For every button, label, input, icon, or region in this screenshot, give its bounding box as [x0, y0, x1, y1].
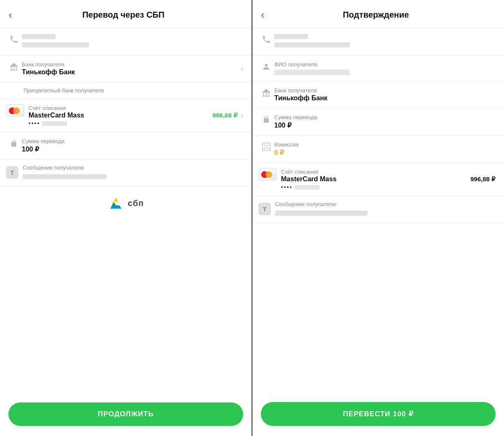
card-name-row-right: MasterCard Mass 996,88 ₽	[281, 175, 496, 183]
recipient-name-row: ФИО получателя	[252, 55, 504, 81]
amount-content-right: Сумма перевода 100 ₽	[274, 114, 496, 129]
bank-icon-right	[258, 88, 274, 97]
amount-value-right: 100 ₽	[274, 121, 496, 129]
amount-row-right: Сумма перевода 100 ₽	[252, 108, 504, 136]
svg-rect-4	[10, 70, 18, 70]
transfer-button[interactable]: ПЕРЕВЕСТИ 100 ₽	[261, 402, 496, 426]
card-content-right: Счёт списания MasterCard Mass 996,88 ₽ •…	[281, 168, 496, 191]
svg-point-21	[264, 145, 265, 146]
svg-rect-13	[262, 92, 270, 93]
priority-label-left: Приоритетный банк получателя	[24, 87, 104, 94]
card-balance-left: 996,88 ₽	[213, 112, 238, 119]
svg-rect-14	[263, 93, 264, 96]
svg-marker-18	[262, 89, 270, 92]
message-label-right: Сообщение получателю	[275, 201, 496, 207]
card-label-left: Счёт списания	[29, 105, 66, 111]
amount-icon-left	[6, 139, 22, 148]
svg-point-22	[268, 148, 269, 149]
message-blurred-left	[23, 174, 107, 179]
mastercard-circles-right	[261, 171, 272, 178]
commission-label: Комиссия	[274, 141, 496, 148]
left-panel: ‹ Перевод через СБП	[0, 0, 252, 436]
message-row-right: T Сообщение получателю	[252, 196, 504, 223]
mc-orange-left	[13, 107, 20, 114]
recipient-name-label: ФИО получателя	[274, 61, 496, 68]
card-num-row-right: ••••	[281, 184, 496, 191]
card-row-right: Счёт списания MasterCard Mass 996,88 ₽ •…	[252, 163, 504, 196]
person-icon	[258, 62, 274, 71]
blur-line-r1	[274, 34, 308, 39]
commission-content: Комиссия 0 ₽	[274, 141, 496, 157]
card-num-blurred-right	[294, 185, 320, 190]
msg-icon-left: T	[6, 166, 18, 179]
bank-content-left: Банк получателя Тинькофф Банк	[22, 61, 238, 76]
left-btn-area: ПРОДОЛЖИТЬ	[8, 402, 243, 426]
amount-row-left: Сумма перевода 100 ₽	[0, 132, 252, 159]
bank-label-right: Банк получателя	[274, 87, 496, 94]
blur-line-r2	[274, 42, 350, 47]
card-num-row-left: ••••	[29, 120, 238, 127]
left-scroll: Банк получателя Тинькофф Банк › Приорите…	[0, 28, 252, 394]
msg-icon-right: T	[258, 203, 271, 215]
svg-marker-8	[114, 198, 118, 202]
left-title: Перевод через СБП	[16, 10, 231, 20]
bank-row-right: Банк получателя Тинькофф Банк	[252, 81, 504, 108]
sbp-text: сбп	[128, 198, 144, 208]
card-row-left[interactable]: Счёт списания MasterCard Mass 996,88 ₽ •…	[0, 99, 252, 132]
svg-rect-16	[269, 93, 270, 96]
bank-label-left: Банк получателя	[22, 61, 238, 68]
phone-row-left	[0, 28, 252, 55]
card-name-left: MasterCard Mass	[29, 112, 84, 119]
mastercard-circles-left	[9, 107, 20, 114]
phone-content-left	[22, 34, 243, 49]
commission-icon	[258, 142, 274, 151]
right-header: ‹ Подтверждение	[252, 0, 504, 28]
sbp-logo: сбп	[108, 195, 144, 211]
commission-row: Комиссия 0 ₽	[252, 136, 504, 163]
amount-label-right: Сумма перевода	[274, 114, 496, 120]
svg-rect-17	[262, 96, 270, 97]
sbp-icon	[108, 195, 124, 211]
amount-label-left: Сумма перевода	[22, 138, 243, 144]
phone-blurred-left	[22, 34, 243, 49]
message-label-left: Сообщение получателю	[23, 164, 243, 171]
bank-value-left: Тинькофф Банк	[22, 68, 238, 76]
card-dots-right: ••••	[281, 184, 293, 191]
right-panel: ‹ Подтверждение	[252, 0, 504, 436]
svg-rect-0	[10, 66, 18, 67]
svg-rect-3	[16, 67, 17, 70]
blur-line-1	[22, 34, 55, 39]
message-content-left: Сообщение получателю	[23, 164, 243, 181]
right-btn-area: ПЕРЕВЕСТИ 100 ₽	[261, 402, 496, 426]
bank-row-left[interactable]: Банк получателя Тинькофф Банк ›	[0, 55, 252, 82]
phone-icon-left	[6, 35, 22, 44]
amount-content-left: Сумма перевода 100 ₽	[22, 138, 243, 153]
card-name-row-left: MasterCard Mass 996,88 ₽	[29, 112, 238, 119]
card-num-blurred-left	[42, 121, 67, 126]
card-name-right: MasterCard Mass	[281, 175, 337, 183]
phone-icon-right	[258, 35, 274, 44]
bank-icon-left	[6, 62, 22, 71]
svg-rect-1	[11, 67, 12, 70]
left-back-button[interactable]: ‹	[8, 9, 12, 20]
bank-content-right: Банк получателя Тинькофф Банк	[274, 87, 496, 102]
card-dots-left: ••••	[29, 120, 40, 127]
card-image-left	[6, 104, 24, 117]
bank-value-right: Тинькофф Банк	[274, 94, 496, 102]
mc-orange-right	[265, 171, 272, 178]
blur-line-2	[22, 42, 89, 47]
right-back-button[interactable]: ‹	[261, 9, 265, 20]
card-content-left: Счёт списания MasterCard Mass 996,88 ₽ •…	[29, 104, 238, 127]
svg-rect-2	[13, 67, 14, 70]
continue-button[interactable]: ПРОДОЛЖИТЬ	[8, 402, 243, 426]
sbp-logo-area: сбп	[0, 186, 252, 216]
phone-row-right	[252, 28, 504, 55]
commission-value: 0 ₽	[274, 149, 496, 157]
bank-arrow-left: ›	[241, 65, 243, 73]
card-label-right: Счёт списания	[281, 169, 318, 175]
left-header: ‹ Перевод через СБП	[0, 0, 252, 28]
right-scroll: ФИО получателя Банк получателя Тинькофф …	[252, 28, 504, 394]
amount-icon-right	[258, 115, 274, 124]
amount-value-left: 100 ₽	[22, 145, 243, 153]
svg-marker-5	[10, 63, 18, 66]
